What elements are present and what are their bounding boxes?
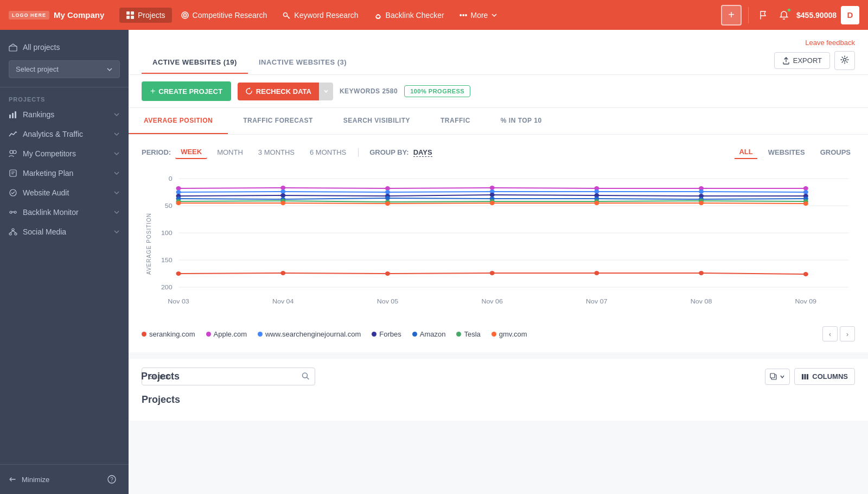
metric-top10[interactable]: % IN TOP 10 [486, 108, 557, 134]
nav-actions: + $455.90008 D [721, 5, 859, 26]
tab-active-websites[interactable]: ACTIVE WEBSITES (19) [142, 52, 248, 74]
metric-traffic[interactable]: TRAFFIC [425, 108, 486, 134]
svg-point-64 [385, 190, 390, 194]
recheck-dropdown-button[interactable] [319, 83, 333, 100]
progress-badge: 100% PROGRESS [404, 85, 470, 97]
flag-button[interactable] [755, 7, 771, 23]
svg-point-55 [176, 186, 181, 191]
svg-point-56 [280, 186, 285, 190]
svg-text:AVERAGE POSITION: AVERAGE POSITION [145, 213, 152, 275]
legend-tesla[interactable]: Tesla [456, 330, 480, 338]
backlink-icon [9, 208, 17, 217]
sidebar-social-label: Social Media [23, 227, 66, 236]
sidebar-item-audit[interactable]: Website Audit [0, 183, 129, 202]
nav-more[interactable]: ••• More [453, 8, 505, 23]
feedback-link[interactable]: Leave feedback [142, 39, 855, 51]
nav-keyword[interactable]: Keyword Research [276, 8, 365, 23]
legend-navigation: ‹ › [822, 326, 855, 341]
period-3months[interactable]: 3 MONTHS [253, 146, 300, 159]
legend-seranking[interactable]: seranking.com [142, 330, 195, 338]
svg-rect-3 [131, 16, 134, 19]
metrics-tabs: AVERAGE POSITION TRAFFIC FORECAST SEARCH… [129, 108, 868, 135]
svg-rect-10 [9, 46, 17, 51]
legend-sej[interactable]: www.searchenginejournal.com [258, 330, 361, 338]
link-icon [374, 11, 382, 20]
group-value[interactable]: DAYS [413, 148, 432, 157]
columns-button[interactable]: COLUMNS [794, 368, 855, 385]
period-divider [358, 148, 359, 157]
svg-point-49 [280, 271, 285, 275]
svg-point-67 [699, 189, 704, 194]
help-button[interactable]: ? [104, 471, 120, 487]
legend-amazon[interactable]: Amazon [412, 330, 446, 338]
period-week[interactable]: WEEK [175, 145, 207, 159]
sidebar-item-rankings[interactable]: Rankings [0, 105, 129, 124]
svg-text:Nov 03: Nov 03 [168, 298, 189, 305]
legend-label-forbes: Forbes [379, 330, 401, 338]
table-actions: Projects COLUMNS [761, 368, 855, 385]
svg-text:50: 50 [165, 202, 173, 209]
tabs-actions: EXPORT [774, 51, 855, 74]
recheck-group: RECHECK DATA [238, 83, 333, 100]
projects-heading: Projects [142, 394, 855, 406]
nav-competitive[interactable]: Competitive Research [174, 8, 274, 23]
sidebar-item-analytics[interactable]: Analytics & Traffic [0, 124, 129, 144]
search-button[interactable] [301, 371, 310, 382]
legend-prev-button[interactable]: ‹ [822, 326, 838, 341]
sidebar-item-competitors[interactable]: My Competitors [0, 144, 129, 163]
period-month[interactable]: MONTH [212, 146, 248, 159]
svg-point-24 [15, 233, 17, 235]
svg-point-61 [803, 186, 808, 191]
legend-label-amazon: Amazon [420, 330, 446, 338]
sidebar-audit-label: Website Audit [23, 188, 69, 197]
period-6months[interactable]: 6 MONTHS [304, 146, 352, 159]
svg-text:150: 150 [161, 257, 173, 263]
all-projects-link[interactable]: All projects [9, 39, 120, 56]
sidebar-item-marketing[interactable]: Marketing Plan [0, 163, 129, 183]
user-avatar[interactable]: D [841, 6, 859, 24]
recheck-data-button[interactable]: RECHECK DATA [238, 83, 319, 100]
copy-button[interactable] [765, 369, 790, 385]
metric-traffic-forecast[interactable]: TRAFFIC FORECAST [228, 108, 328, 134]
tabs-row: ACTIVE WEBSITES (19) INACTIVE WEBSITES (… [142, 51, 855, 74]
legend-gmv[interactable]: gmv.com [492, 330, 527, 338]
export-button[interactable]: EXPORT [774, 52, 830, 69]
create-project-button[interactable]: + CREATE PROJECT [142, 81, 231, 101]
svg-point-70 [280, 193, 285, 198]
refresh-icon [245, 87, 253, 95]
sidebar-item-social[interactable]: Social Media [0, 222, 129, 242]
legend-dot-gmv [492, 332, 496, 337]
metric-avg-position[interactable]: AVERAGE POSITION [129, 108, 228, 134]
home-icon [9, 43, 17, 52]
svg-text:100: 100 [161, 230, 173, 236]
chevron-down-icon [113, 229, 120, 235]
all-projects-label: All projects [23, 43, 60, 52]
project-selector[interactable]: Select project [9, 60, 120, 78]
svg-point-92 [385, 201, 390, 206]
table-section: Projects COLUMNS Projects [129, 359, 868, 421]
view-all[interactable]: ALL [735, 145, 757, 159]
projects-title: Projects [141, 371, 180, 382]
sidebar-item-backlink[interactable]: Backlink Monitor [0, 202, 129, 222]
settings-button[interactable] [834, 51, 855, 70]
view-websites[interactable]: WEBSITES [764, 145, 809, 159]
tab-inactive-websites[interactable]: INACTIVE WEBSITES (3) [248, 52, 358, 74]
chevron-down-icon [780, 374, 785, 379]
view-groups[interactable]: GROUPS [816, 145, 855, 159]
metric-search-visibility[interactable]: SEARCH VISIBILITY [328, 108, 425, 134]
svg-point-6 [184, 15, 186, 16]
legend-dot-apple [206, 332, 211, 337]
legend-next-button[interactable]: › [840, 326, 855, 341]
nav-projects[interactable]: Projects [119, 8, 172, 23]
legend-apple[interactable]: Apple.com [206, 330, 247, 338]
legend-forbes[interactable]: Forbes [372, 330, 401, 338]
notifications-button[interactable] [776, 7, 792, 23]
recheck-label: RECHECK DATA [256, 87, 311, 96]
add-button[interactable]: + [721, 5, 742, 26]
sidebar-competitors-label: My Competitors [23, 149, 76, 158]
svg-text:Nov 06: Nov 06 [481, 298, 503, 305]
nav-backlink[interactable]: Backlink Checker [367, 8, 451, 23]
svg-rect-101 [802, 374, 803, 379]
minimize-button[interactable]: Minimize [9, 475, 49, 484]
chevron-down-icon [113, 111, 120, 118]
